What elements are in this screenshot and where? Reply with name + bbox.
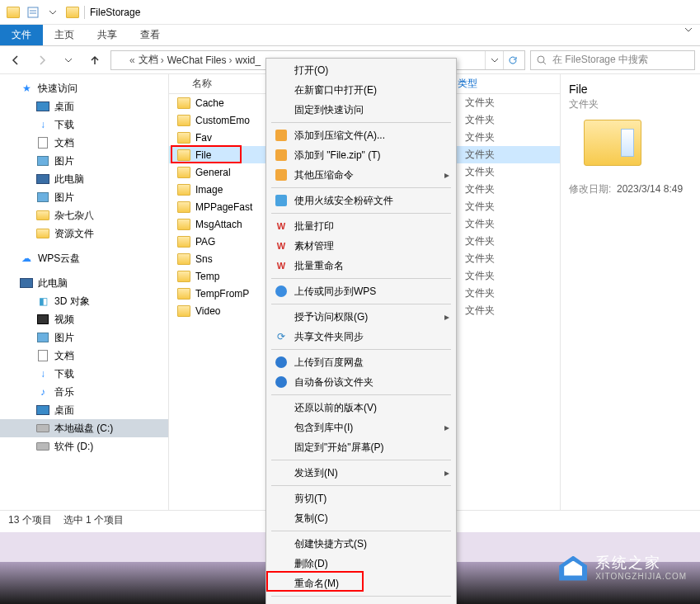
sidebar-pictures3[interactable]: 图片 xyxy=(0,328,168,347)
archive-icon xyxy=(275,169,287,181)
crumb-wechat[interactable]: WeChat Files › xyxy=(167,54,233,66)
tab-view[interactable]: 查看 xyxy=(129,25,171,45)
ctx-upload-baidu[interactable]: 上传到百度网盘 xyxy=(266,352,456,372)
ctx-share-sync[interactable]: ⟳共享文件夹同步 xyxy=(266,327,456,347)
sidebar-music[interactable]: ♪音乐 xyxy=(0,383,168,401)
archive-icon xyxy=(275,149,287,161)
wps-icon: W xyxy=(273,241,289,251)
ctx-batch-print[interactable]: W批量打印 xyxy=(266,216,456,236)
nav-back-icon[interactable] xyxy=(5,50,26,71)
dropdown-qa-icon[interactable] xyxy=(45,4,61,21)
col-type[interactable]: 类型 xyxy=(458,77,507,91)
ctx-grant-access[interactable]: 授予访问权限(G)▸ xyxy=(266,307,456,327)
sidebar-pictures2[interactable]: 图片 xyxy=(0,188,168,206)
sidebar-ddrive[interactable]: 软件 (D:) xyxy=(0,437,168,455)
ctx-delete[interactable]: 删除(D) xyxy=(266,554,456,573)
sidebar-desktop[interactable]: 桌面 xyxy=(0,97,168,116)
folder-icon xyxy=(36,228,49,239)
sync-icon: ⟳ xyxy=(273,331,289,342)
ctx-add-archive[interactable]: 添加到压缩文件(A)... xyxy=(266,125,456,145)
file-type: 文件夹 xyxy=(465,217,495,231)
ctx-upload-wps[interactable]: 上传或同步到WPS xyxy=(266,281,456,301)
addr-dropdown-icon[interactable] xyxy=(485,51,503,69)
tab-share[interactable]: 共享 xyxy=(86,25,129,45)
sidebar-thispc[interactable]: 此电脑 xyxy=(0,170,168,188)
sidebar-documents2[interactable]: 文档 xyxy=(0,347,168,365)
archive-icon xyxy=(275,130,287,141)
ctx-properties[interactable]: 属性(R) xyxy=(266,599,456,604)
download-icon: ↓ xyxy=(36,119,49,130)
window-title: FileStorage xyxy=(90,7,140,18)
folder-icon xyxy=(177,184,190,196)
file-type: 文件夹 xyxy=(465,234,495,248)
ctx-cut[interactable]: 剪切(T) xyxy=(266,488,456,508)
crumb-wxid[interactable]: wxid_ xyxy=(236,54,261,66)
picture-icon xyxy=(36,191,49,203)
folder-icon xyxy=(177,253,190,265)
sidebar-resources[interactable]: 资源文件 xyxy=(0,224,168,243)
tab-file[interactable]: 文件 xyxy=(0,25,43,45)
search-input[interactable]: 在 FileStorage 中搜索 xyxy=(530,50,695,70)
ctx-library[interactable]: 包含到库中(I)▸ xyxy=(266,418,456,437)
sidebar-thispc2[interactable]: 此电脑 xyxy=(0,274,168,292)
sidebar-3d[interactable]: ◧3D 对象 xyxy=(0,292,168,310)
ctx-other-compress[interactable]: 其他压缩命令▸ xyxy=(266,165,456,185)
folder-icon xyxy=(177,149,190,161)
folder-small-icon[interactable] xyxy=(5,4,21,21)
crumb-documents[interactable]: 文档 › xyxy=(139,53,164,67)
nav-forward-icon[interactable] xyxy=(31,50,53,71)
folder-icon xyxy=(177,236,190,248)
sidebar-misc[interactable]: 杂七杂八 xyxy=(0,206,168,224)
file-type: 文件夹 xyxy=(465,182,495,196)
sidebar: ★快速访问 桌面 ↓下载 文档 图片 此电脑 图片 杂七杂八 资源文件 ☁WPS… xyxy=(0,74,169,510)
wps-icon: W xyxy=(273,261,289,271)
sidebar-wps[interactable]: ☁WPS云盘 xyxy=(0,249,168,267)
picture-icon xyxy=(36,332,49,343)
sidebar-documents[interactable]: 文档 xyxy=(0,134,168,152)
ctx-auto-backup[interactable]: 自动备份该文件夹 xyxy=(266,372,456,392)
ctx-rename[interactable]: 重命名(M) xyxy=(266,573,456,593)
brand-name: 系统之家 xyxy=(595,554,687,573)
folder-icon xyxy=(177,132,190,144)
folder-icon xyxy=(177,219,190,230)
sidebar-desktop2[interactable]: 桌面 xyxy=(0,401,168,419)
ctx-shortcut[interactable]: 创建快捷方式(S) xyxy=(266,534,456,554)
ctx-sendto[interactable]: 发送到(N)▸ xyxy=(266,463,456,483)
sidebar-quick-access[interactable]: ★快速访问 xyxy=(0,79,168,97)
ribbon-expand-icon[interactable] xyxy=(677,25,700,45)
drive-icon xyxy=(36,422,49,434)
folder-icon xyxy=(177,201,190,213)
ctx-pin-quick[interactable]: 固定到快速访问 xyxy=(266,100,456,120)
sidebar-cdrive[interactable]: 本地磁盘 (C:) xyxy=(0,419,168,437)
sidebar-downloads[interactable]: ↓下载 xyxy=(0,116,168,134)
addr-refresh-icon[interactable] xyxy=(503,51,521,69)
sidebar-videos[interactable]: 视频 xyxy=(0,310,168,328)
sidebar-downloads2[interactable]: ↓下载 xyxy=(0,365,168,383)
ctx-material[interactable]: W素材管理 xyxy=(266,236,456,256)
nav-recent-icon[interactable] xyxy=(58,50,79,71)
properties-qa-icon[interactable] xyxy=(25,4,41,21)
status-selected: 选中 1 个项目 xyxy=(63,513,124,527)
nav-up-icon[interactable] xyxy=(84,50,106,71)
ctx-add-zip[interactable]: 添加到 "File.zip" (T) xyxy=(266,145,456,165)
ctx-open-new[interactable]: 在新窗口中打开(E) xyxy=(266,80,456,100)
svg-rect-0 xyxy=(28,7,38,17)
sidebar-pictures[interactable]: 图片 xyxy=(0,152,168,170)
desktop-icon xyxy=(36,404,49,416)
ctx-open[interactable]: 打开(O) xyxy=(266,60,456,80)
tab-home[interactable]: 主页 xyxy=(43,25,86,45)
ctx-restore[interactable]: 还原以前的版本(V) xyxy=(266,398,456,418)
ctx-shred[interactable]: 使用火绒安全粉碎文件 xyxy=(266,191,456,210)
svg-point-1 xyxy=(538,56,544,63)
file-type: 文件夹 xyxy=(465,304,495,318)
ctx-batch-rename[interactable]: W批量重命名 xyxy=(266,256,456,276)
file-type: 文件夹 xyxy=(465,113,495,127)
folder-icon xyxy=(177,167,190,178)
cloud-icon xyxy=(275,285,287,297)
brand-logo-icon xyxy=(559,556,587,581)
folder-icon xyxy=(177,288,190,300)
titlebar: FileStorage xyxy=(0,0,700,25)
ctx-copy[interactable]: 复制(C) xyxy=(266,508,456,528)
file-type: 文件夹 xyxy=(465,252,495,266)
ctx-pin-start[interactable]: 固定到"开始"屏幕(P) xyxy=(266,437,456,457)
